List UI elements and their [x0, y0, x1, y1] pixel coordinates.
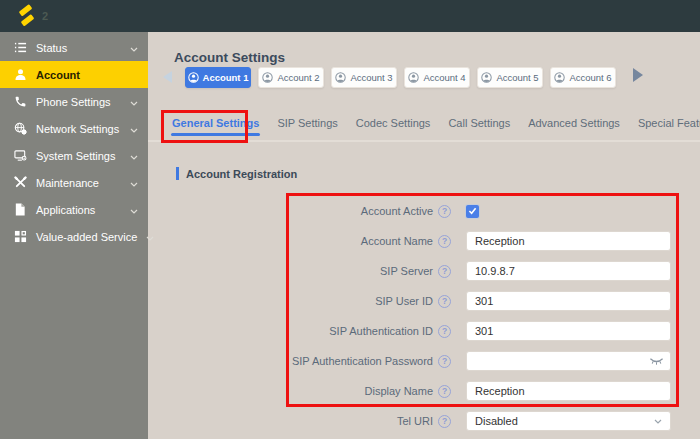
account-tab-6[interactable]: Account 6: [550, 67, 616, 88]
help-icon[interactable]: ?: [438, 205, 451, 218]
section-header: Account Registration: [176, 167, 297, 180]
account-tab-1[interactable]: Account 1: [185, 67, 251, 88]
sip-authentication-id-label: SIP Authentication ID: [148, 325, 433, 337]
display-name-label: Display Name: [148, 385, 433, 397]
sidebar-item-label: Account: [36, 69, 80, 81]
sip-authentication-password-input[interactable]: [466, 351, 671, 371]
chevron-down-icon: [654, 419, 662, 424]
password-visibility-eye-icon[interactable]: [649, 357, 664, 366]
account-name-input[interactable]: [466, 231, 671, 251]
section-title: Account Registration: [186, 168, 297, 180]
help-icon[interactable]: ?: [438, 235, 451, 248]
topbar: 2: [0, 0, 700, 32]
form-row-account-name: Account Name ?: [148, 226, 700, 256]
sidebar-item-label: Phone Settings: [36, 96, 111, 108]
account-circle-person-icon: [408, 72, 419, 83]
form-row-sip-authentication-id: SIP Authentication ID ?: [148, 316, 700, 346]
tab-special-features[interactable]: Special Features: [629, 115, 700, 131]
account-active-checkbox[interactable]: [466, 205, 479, 218]
tel-uri-label: Tel URI: [148, 415, 433, 427]
chevron-down-icon: [130, 150, 138, 162]
help-icon[interactable]: ?: [438, 385, 451, 398]
sidebar-item-label: Network Settings: [36, 123, 119, 135]
sip-user-id-input[interactable]: [466, 291, 671, 311]
sidebar-item-label: Applications: [36, 204, 95, 216]
account-name-label: Account Name: [148, 235, 433, 247]
tab-divider: [148, 140, 700, 142]
applications-file-icon: [13, 203, 27, 217]
sip-user-id-label: SIP User ID: [148, 295, 433, 307]
page-title: Account Settings: [174, 50, 285, 65]
maintenance-tools-icon: [13, 176, 27, 190]
tab-general-settings[interactable]: General Settings: [163, 115, 268, 131]
account-circle-person-icon: [188, 72, 199, 83]
sidebar-item-label: Status: [36, 42, 67, 54]
sidebar-item-network-settings[interactable]: Network Settings: [0, 115, 148, 142]
form-row-display-name: Display Name ?: [148, 376, 700, 406]
brand-logo-icon: [15, 4, 38, 27]
form-row-account-active: Account Active ?: [148, 196, 700, 226]
account-tab-2[interactable]: Account 2: [258, 67, 324, 88]
sip-authentication-id-input[interactable]: [466, 321, 671, 341]
sip-server-label: SIP Server: [148, 265, 433, 277]
account-active-label: Account Active: [148, 205, 433, 217]
tel-uri-selected-value: Disabled: [475, 415, 518, 427]
form-row-sip-server: SIP Server ?: [148, 256, 700, 286]
chevron-down-icon: [130, 123, 138, 135]
help-icon[interactable]: ?: [438, 265, 451, 278]
account-tab-4[interactable]: Account 4: [404, 67, 470, 88]
logo-badge: 2: [42, 10, 48, 22]
value-added-grid-icon: [13, 230, 27, 244]
account-person-icon: [13, 68, 27, 82]
prev-accounts-arrow-icon[interactable]: [163, 71, 172, 83]
help-icon[interactable]: ?: [438, 415, 451, 428]
app-window: 2 Status Account: [0, 0, 700, 439]
status-list-icon: [13, 41, 27, 55]
sidebar-item-label: Value-added Service: [36, 231, 137, 243]
sidebar-item-value-added-service[interactable]: Value-added Service: [0, 223, 148, 250]
sidebar: Status Account Phone Settings: [0, 32, 148, 439]
account-tab-strip: Account 1 Account 2 Account 3 Account 4 …: [185, 67, 616, 88]
sip-server-input[interactable]: [466, 261, 671, 281]
tab-call-settings[interactable]: Call Settings: [439, 115, 519, 131]
chevron-down-icon: [130, 204, 138, 216]
chevron-down-icon: [130, 96, 138, 108]
system-monitor-gear-icon: [13, 149, 27, 163]
tab-codec-settings[interactable]: Codec Settings: [347, 115, 440, 131]
account-tab-3[interactable]: Account 3: [331, 67, 397, 88]
phone-icon: [13, 95, 27, 109]
settings-tab-strip: General Settings SIP Settings Codec Sett…: [163, 115, 700, 131]
tab-advanced-settings[interactable]: Advanced Settings: [519, 115, 629, 131]
tab-sip-settings[interactable]: SIP Settings: [268, 115, 346, 131]
display-name-input[interactable]: [466, 381, 671, 401]
chevron-down-icon: [130, 177, 138, 189]
form-row-tel-uri: Tel URI ? Disabled: [148, 406, 700, 436]
account-circle-person-icon: [481, 72, 492, 83]
chevron-down-icon: [130, 42, 138, 54]
tel-uri-select[interactable]: Disabled: [466, 411, 671, 431]
sidebar-item-maintenance[interactable]: Maintenance: [0, 169, 148, 196]
section-accent-bar: [176, 167, 179, 180]
sidebar-item-system-settings[interactable]: System Settings: [0, 142, 148, 169]
account-circle-person-icon: [262, 72, 273, 83]
account-registration-form: Account Active ? Account Name ? SIP Serv…: [148, 196, 700, 436]
sidebar-item-account[interactable]: Account: [0, 61, 148, 88]
sidebar-item-label: System Settings: [36, 150, 115, 162]
account-circle-person-icon: [335, 72, 346, 83]
help-icon[interactable]: ?: [438, 295, 451, 308]
sidebar-item-label: Maintenance: [36, 177, 99, 189]
network-globe-gear-icon: [13, 122, 27, 136]
brand-logo[interactable]: 2: [15, 4, 48, 27]
sidebar-item-phone-settings[interactable]: Phone Settings: [0, 88, 148, 115]
form-row-sip-authentication-password: SIP Authentication Password ?: [148, 346, 700, 376]
account-circle-person-icon: [554, 72, 565, 83]
help-icon[interactable]: ?: [438, 355, 451, 368]
sidebar-item-status[interactable]: Status: [0, 34, 148, 61]
form-row-sip-user-id: SIP User ID ?: [148, 286, 700, 316]
help-icon[interactable]: ?: [438, 325, 451, 338]
next-accounts-arrow-icon[interactable]: [633, 68, 643, 82]
sip-authentication-password-label: SIP Authentication Password: [148, 355, 433, 367]
account-tab-5[interactable]: Account 5: [477, 67, 543, 88]
sidebar-item-applications[interactable]: Applications: [0, 196, 148, 223]
